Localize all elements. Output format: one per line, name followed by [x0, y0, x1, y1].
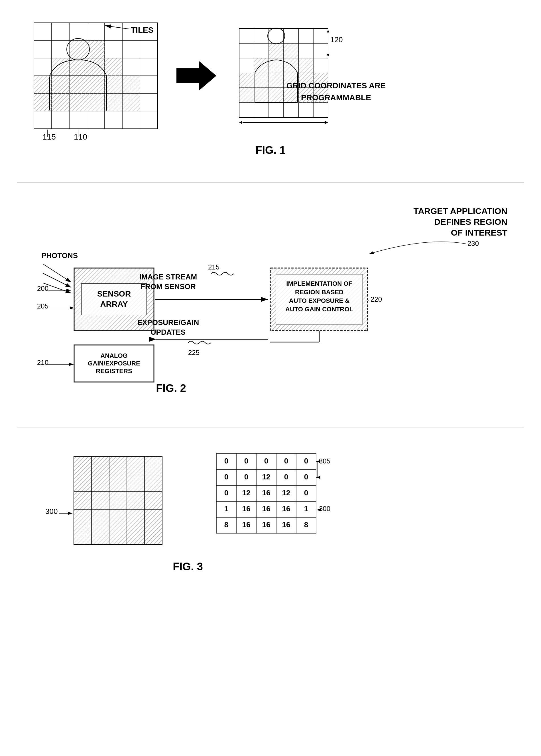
- svg-rect-25: [122, 76, 140, 94]
- svg-marker-74: [239, 121, 242, 124]
- fig2-label: FIG. 2: [156, 382, 186, 394]
- svg-line-79: [43, 264, 71, 282]
- m14: 0: [304, 473, 308, 481]
- m42: 16: [262, 520, 270, 529]
- m04: 0: [304, 457, 308, 465]
- svg-rect-17: [69, 58, 87, 76]
- photons-label: PHOTONS: [41, 251, 78, 260]
- ref-230: 230: [467, 240, 479, 247]
- sensor-array-label2: ARRAY: [100, 300, 128, 309]
- exposure-gain-label2: UPDATES: [151, 328, 186, 337]
- page-container: TILES 115 110: [0, 0, 541, 756]
- svg-rect-63: [254, 88, 269, 103]
- svg-rect-62: [239, 88, 254, 103]
- svg-rect-30: [105, 94, 122, 111]
- fig1-diagram: TILES 115 110: [17, 17, 524, 165]
- fig3-diagram: 300 0 0 0 0: [17, 439, 524, 587]
- fig1-right-grid: 120: [239, 28, 342, 124]
- m31: 16: [242, 504, 251, 513]
- svg-rect-21: [52, 76, 69, 94]
- m41: 16: [242, 520, 251, 529]
- ref-300-right: 300: [319, 505, 330, 512]
- m21: 12: [242, 489, 251, 497]
- matrix-table: 0 0 0 0 0 0 0 12 0 0: [216, 453, 316, 533]
- svg-rect-22: [69, 76, 87, 94]
- m23: 12: [282, 489, 290, 497]
- svg-rect-53: [269, 58, 283, 73]
- m33: 16: [282, 504, 290, 513]
- svg-marker-75: [325, 121, 328, 124]
- ref-215: 215: [208, 263, 220, 271]
- fig2-section: TARGET APPLICATION DEFINES REGION OF INT…: [17, 194, 524, 410]
- ref-300-label: 300: [45, 507, 58, 516]
- m01: 0: [244, 457, 248, 465]
- m30: 1: [224, 504, 228, 513]
- exposure-gain-label1: EXPOSURE/GAIN: [137, 318, 199, 327]
- m00: 0: [224, 457, 228, 465]
- svg-rect-84: [81, 284, 147, 315]
- m20: 0: [224, 489, 228, 497]
- svg-rect-16: [52, 58, 69, 76]
- m22: 16: [262, 489, 270, 497]
- svg-rect-26: [34, 94, 52, 111]
- impl-label4: AUTO GAIN CONTROL: [285, 306, 353, 313]
- m24: 0: [304, 489, 308, 497]
- m02: 0: [264, 457, 268, 465]
- svg-rect-50: [269, 43, 283, 58]
- svg-rect-57: [254, 73, 269, 88]
- m44: 8: [304, 520, 308, 529]
- analog-gain-label2: GAIN/EXPOSURE: [88, 360, 140, 367]
- fig3-section: 300 0 0 0 0: [17, 439, 524, 587]
- ref-110: 110: [74, 132, 87, 141]
- m12: 12: [262, 473, 270, 481]
- svg-rect-24: [105, 76, 122, 94]
- ref-205: 205: [37, 302, 48, 310]
- fig2-diagram: TARGET APPLICATION DEFINES REGION OF INT…: [29, 202, 536, 402]
- tiles-label: TILES: [131, 26, 153, 35]
- svg-rect-58: [269, 73, 283, 88]
- fig1-arrow: [177, 61, 216, 90]
- analog-gain-label3: REGISTERS: [96, 368, 132, 375]
- svg-rect-55: [298, 58, 313, 73]
- svg-line-89: [368, 300, 369, 301]
- m32: 16: [262, 504, 270, 513]
- fig2-title-3: OF INTEREST: [451, 228, 507, 237]
- divider-2: [17, 427, 524, 428]
- fig2-title-2: DEFINES REGION: [434, 217, 507, 226]
- svg-rect-18: [87, 58, 105, 76]
- ref-115: 115: [42, 132, 56, 141]
- fig3-label: FIG. 3: [173, 561, 203, 573]
- m11: 0: [244, 473, 248, 481]
- svg-rect-23: [87, 76, 105, 94]
- image-stream-label2: FROM SENSOR: [141, 282, 196, 291]
- fig2-title-1: TARGET APPLICATION: [414, 206, 507, 216]
- impl-label3: AUTO EXPOSURE &: [289, 297, 349, 304]
- image-stream-label1: IMAGE STREAM: [139, 273, 197, 281]
- svg-rect-20: [34, 76, 52, 94]
- ref-200: 200: [37, 285, 48, 292]
- m40: 8: [224, 520, 228, 529]
- impl-label1: IMPLEMENTATION OF: [286, 280, 352, 287]
- fig1-left-grid: [34, 23, 158, 129]
- m43: 16: [282, 520, 290, 529]
- svg-rect-14: [69, 41, 87, 58]
- m10: 0: [224, 473, 228, 481]
- fig1-label: FIG. 1: [256, 144, 285, 156]
- svg-rect-19: [105, 58, 122, 76]
- sensor-array-label1: SENSOR: [97, 289, 131, 298]
- ref-220: 220: [370, 295, 382, 303]
- svg-rect-51: [283, 43, 298, 58]
- impl-label2: REGION BASED: [295, 289, 343, 296]
- m34: 1: [304, 504, 308, 513]
- svg-rect-31: [122, 94, 140, 111]
- svg-rect-98: [74, 456, 162, 545]
- analog-gain-label1: ANALOG: [100, 352, 127, 359]
- svg-rect-29: [87, 94, 105, 111]
- svg-rect-27: [52, 94, 69, 111]
- ref-120-label: 120: [330, 35, 342, 44]
- ref-210: 210: [37, 359, 48, 366]
- ref-305-label: 305: [319, 457, 330, 465]
- svg-rect-56: [239, 73, 254, 88]
- svg-rect-64: [269, 88, 283, 103]
- grid-coords-label2: PROGRAMMABLE: [301, 93, 371, 102]
